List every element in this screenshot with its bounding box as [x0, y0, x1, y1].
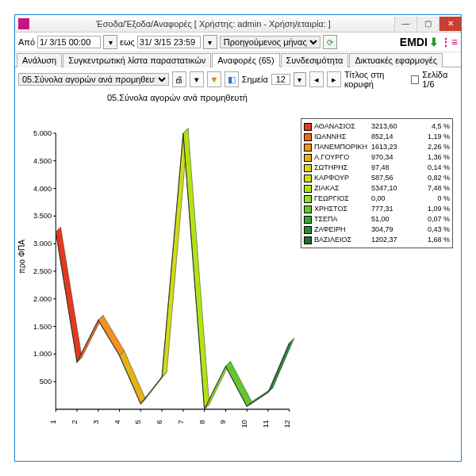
svg-marker-51	[162, 129, 188, 377]
legend-name: ΣΩΤΗΡΗΣ	[314, 163, 371, 173]
tab-1[interactable]: Συγκεντρωτική λίστα παραστατικών	[63, 53, 211, 67]
svg-text:2.500: 2.500	[33, 267, 52, 275]
date-toolbar: Από ▾ εως ▾ Προηγούμενος μήνας ⟳ EMDI⬇⋮≡	[15, 33, 461, 52]
legend-value: 1613,23	[371, 142, 411, 152]
from-date-stepper[interactable]: ▾	[103, 35, 117, 49]
legend-pct: 0,82 %	[428, 173, 450, 183]
chart-button[interactable]: ◧	[225, 71, 239, 87]
legend-swatch	[304, 226, 312, 234]
chart-title: 05.Σύνολα αγορών ανά προμηθευτή	[107, 93, 248, 102]
legend-swatch	[304, 164, 312, 172]
svg-text:500: 500	[40, 378, 52, 386]
legend-pct: 1,36 %	[428, 152, 450, 163]
legend-pct: 0,07 %	[428, 214, 450, 225]
legend-swatch	[304, 175, 312, 182]
titlebar[interactable]: Έσοδα/Έξοδα/Αναφορές [ Χρήστης: admin - …	[15, 15, 461, 33]
svg-marker-52	[183, 129, 209, 409]
period-select[interactable]: Προηγούμενος μήνας	[220, 36, 321, 48]
svg-text:9: 9	[219, 420, 227, 424]
print-button[interactable]: 🖨	[172, 71, 186, 87]
legend-name: ΤΣΕΠΑ	[314, 214, 371, 225]
report-toolbar: 05.Σύνολα αγορών ανά προμηθευτή 🖨 ▾ ▼ ◧ …	[15, 67, 461, 91]
svg-text:3.000: 3.000	[33, 240, 52, 248]
legend-swatch	[304, 205, 312, 213]
to-label: εως	[120, 37, 135, 47]
legend-row: ΤΣΕΠΑ51,000,07 %	[304, 214, 450, 225]
legend-swatch	[304, 185, 312, 193]
legend-panel: ΑΘΑΝΑΣΙΟΣ3213,604,5 %ΙΩΑΝΝΗΣ852,141,19 %…	[298, 115, 456, 456]
legend-swatch	[304, 216, 312, 224]
close-button[interactable]: ✕	[439, 17, 461, 31]
chart-area: 05.Σύνολα αγορών ανά προμηθευτή προ ΦΠΑ …	[20, 91, 298, 456]
svg-text:4.500: 4.500	[33, 157, 52, 165]
legend-name: Α.ΓΟΥΡΓΟ	[314, 152, 371, 163]
svg-text:1.000: 1.000	[33, 350, 52, 358]
prev-page-button[interactable]: ◂	[309, 71, 324, 87]
svg-text:5.000: 5.000	[33, 129, 52, 137]
legend-name: ΒΑΣΙΛΕΙΟΣ	[314, 235, 371, 245]
content-area: 05.Σύνολα αγορών ανά προμηθευτή προ ΦΠΑ …	[15, 91, 461, 461]
svg-text:1: 1	[49, 420, 57, 424]
svg-text:2: 2	[71, 420, 79, 424]
legend-value: 777,31	[371, 204, 411, 214]
legend-pct: 7,48 %	[428, 183, 450, 194]
legend-row: ΠΑΝΕΜΠΟΡΙΚΗ1613,232,26 %	[304, 142, 450, 152]
title-top-checkbox[interactable]	[411, 75, 419, 84]
svg-text:11: 11	[262, 420, 270, 428]
svg-text:10: 10	[240, 420, 248, 428]
legend-pct: 1,19 %	[428, 132, 450, 142]
legend-name: ΚΑΡΦΟΥΡ	[314, 173, 371, 183]
tab-0[interactable]: Ανάλυση	[17, 53, 62, 67]
legend-name: ΖΙΑΚΑΣ	[314, 183, 371, 194]
legend-name: ΓΕΩΡΓΙΟΣ	[314, 194, 371, 204]
legend-value: 970,34	[371, 152, 411, 163]
to-date-input[interactable]	[137, 36, 201, 48]
svg-text:7: 7	[177, 420, 185, 424]
svg-text:3.500: 3.500	[33, 212, 52, 220]
legend-row: Α.ΓΟΥΡΓΟ970,341,36 %	[304, 152, 450, 163]
title-top-label: Τίτλος στη κορυφή	[344, 70, 408, 89]
next-page-button[interactable]: ▸	[327, 71, 341, 87]
page-indicator: Σελίδα 1/6	[422, 70, 458, 89]
app-window: Έσοδα/Έξοδα/Αναφορές [ Χρήστης: admin - …	[14, 14, 462, 462]
svg-text:3: 3	[92, 420, 100, 424]
tab-3[interactable]: Συνδεσιμότητα	[281, 53, 349, 67]
legend-swatch	[304, 123, 312, 131]
legend-value: 3213,60	[371, 121, 411, 132]
legend-value: 852,14	[371, 132, 411, 142]
y-axis-label: προ ΦΠΑ	[17, 240, 26, 274]
legend-pct: 2,26 %	[428, 142, 450, 152]
tab-4[interactable]: Δικτυακές εφαρμογές	[349, 53, 443, 67]
legend-name: ΧΡΗΣΤΟΣ	[314, 204, 371, 214]
dropdown-button[interactable]: ▾	[190, 71, 204, 87]
to-date-stepper[interactable]: ▾	[203, 35, 217, 49]
filter-button[interactable]: ▼	[207, 71, 221, 87]
legend-value: 51,00	[371, 214, 411, 225]
legend-row: ΖΙΑΚΑΣ5347,107,48 %	[304, 183, 450, 194]
refresh-button[interactable]: ⟳	[323, 35, 337, 49]
svg-text:4: 4	[113, 420, 121, 424]
points-stepper[interactable]: ▾	[294, 72, 306, 86]
tab-2[interactable]: Αναφορές (65)	[212, 53, 279, 67]
svg-text:2.000: 2.000	[33, 295, 52, 303]
from-label: Από	[18, 37, 35, 47]
from-date-input[interactable]	[37, 36, 101, 48]
legend-swatch	[304, 133, 312, 141]
legend-pct: 1,68 %	[428, 235, 450, 245]
minimize-button[interactable]: —	[394, 17, 416, 31]
tab-bar: ΑνάλυσηΣυγκεντρωτική λίστα παραστατικώνΑ…	[15, 52, 461, 67]
legend-row: ΒΑΣΙΛΕΙΟΣ1202,371,68 %	[304, 235, 450, 245]
legend-pct: 4,5 %	[432, 121, 450, 132]
svg-text:8: 8	[198, 420, 206, 424]
svg-marker-49	[120, 351, 146, 404]
legend-name: ΑΘΑΝΑΣΙΟΣ	[314, 121, 371, 132]
maximize-button[interactable]: ▢	[416, 17, 439, 31]
report-select[interactable]: 05.Σύνολα αγορών ανά προμηθευτή	[18, 73, 169, 86]
legend-row: ΑΘΑΝΑΣΙΟΣ3213,604,5 %	[304, 121, 450, 132]
legend-row: ΖΑΦΕΙΡΗ304,790,43 %	[304, 225, 450, 235]
points-input[interactable]	[271, 74, 290, 85]
legend-swatch	[304, 195, 312, 203]
legend-row: ΣΩΤΗΡΗΣ97,480,14 %	[304, 163, 450, 173]
legend-pct: 1,09 %	[428, 204, 450, 214]
legend-row: ΧΡΗΣΤΟΣ777,311,09 %	[304, 204, 450, 214]
